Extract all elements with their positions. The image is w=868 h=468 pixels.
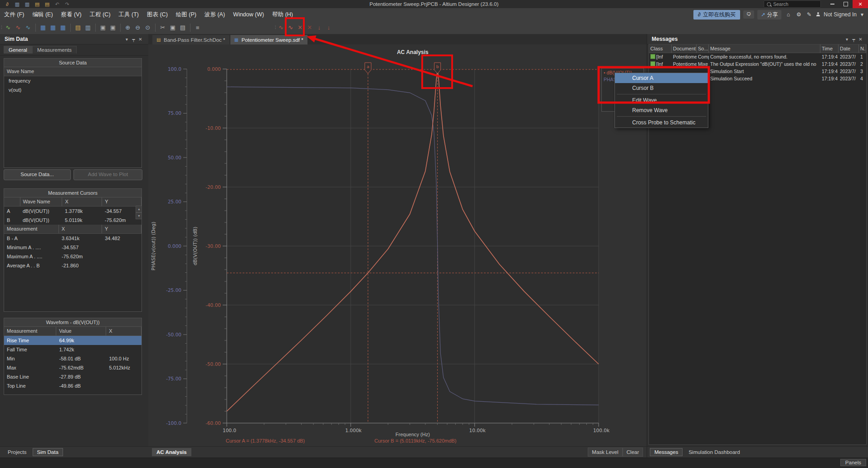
menu-item-remove-wave[interactable]: Remove Wave	[615, 105, 708, 115]
toolbar-icon-save-document[interactable]: ▥	[83, 23, 93, 32]
measurement-row[interactable]: Maximum A . ....-75.620m	[4, 252, 141, 261]
menu-item-edit-wave[interactable]: Edit Wave	[615, 95, 708, 105]
toolbar-icon-drop-cursor-a[interactable]: ↓	[315, 23, 324, 32]
menu-item-cursor-b[interactable]: Cursor B	[615, 83, 708, 93]
toolbar-icon-doc-window-3[interactable]: ▦	[59, 23, 68, 32]
toolbar-icon-new-waveform[interactable]: ∿	[4, 23, 13, 32]
close-button[interactable]: ✕	[853, 0, 868, 8]
menu-item-2[interactable]: 察看 (V)	[57, 8, 86, 21]
menu-item-1[interactable]: 编辑 (E)	[28, 8, 57, 21]
messages-column-document[interactable]: Document	[672, 44, 697, 53]
toolbar-icon-stop[interactable]: ■	[193, 23, 202, 32]
menu-item-5[interactable]: 图表 (C)	[143, 8, 172, 21]
toolbar-icon-paste[interactable]: ▤	[178, 23, 187, 32]
panel-tab-projects[interactable]: Projects	[4, 448, 31, 456]
messages-column-n[interactable]: N...	[859, 44, 866, 53]
panel-close-icon[interactable]: ✕	[857, 37, 864, 42]
toolbar-icon-cut[interactable]: ✂	[158, 23, 167, 32]
tab-measurements[interactable]: Measurements	[32, 46, 77, 54]
menu-item-9[interactable]: 帮助 (H)	[268, 8, 297, 21]
toolbar-icon-waveform-measure[interactable]: ∿	[24, 23, 33, 32]
toolbar-drag-handle[interactable]: ⁞	[274, 25, 276, 30]
cursor-row[interactable]: BdB(V(OUT))5.0119k-75.620m	[4, 216, 141, 225]
toolbar-icon-print[interactable]: ▣	[98, 23, 107, 32]
measurement-row[interactable]: Minimum A . ....-34.557	[4, 243, 141, 252]
waveform-row[interactable]: Fall Time1.742k	[4, 345, 141, 354]
open-project-icon[interactable]: ▤	[44, 0, 51, 8]
altium-logo-icon[interactable]: ∂	[4, 0, 11, 8]
messages-column-message[interactable]: Message	[709, 44, 820, 53]
minimize-button[interactable]	[825, 0, 839, 8]
source-wave-row[interactable]: frequency	[4, 76, 141, 85]
save-all-icon[interactable]: ▥	[24, 0, 31, 8]
scroll-up-arrow[interactable]: ▲	[136, 206, 142, 212]
messages-column-so[interactable]: So...	[697, 44, 709, 53]
toolbar-icon-zoom-document[interactable]: ⊙	[143, 23, 152, 32]
toolbar-icon-copy[interactable]: ▣	[168, 23, 177, 32]
menu-item-8[interactable]: Window (W)	[229, 8, 268, 21]
panel-tab-messages[interactable]: Messages	[650, 448, 683, 456]
maximize-button[interactable]	[839, 0, 853, 8]
toolbar-icon-doc-window-1[interactable]: ▦	[39, 23, 48, 32]
doc-tab-active[interactable]: ▦Potentiometer Sweep.sdf *	[230, 35, 307, 44]
messages-column-time[interactable]: Time	[820, 44, 839, 53]
panel-dropdown-icon[interactable]: ▾	[844, 37, 850, 42]
waveform-row[interactable]: Rise Time64.99k	[4, 336, 141, 345]
share-button[interactable]: ➚ 分享	[757, 10, 781, 20]
menu-item-6[interactable]: 绘图 (P)	[172, 8, 200, 21]
waveform-row[interactable]: Top Line-49.86 dB	[4, 381, 141, 390]
cursor-row[interactable]: AdB(V(OUT))1.3778k-34.557	[4, 207, 141, 216]
home-icon[interactable]: ⌂	[785, 11, 792, 18]
toolbar-icon-cursor-a-tool[interactable]: ✕	[296, 23, 305, 32]
doc-tab-inactive[interactable]: ▤Band-Pass Filter.SchDoc *	[152, 35, 229, 44]
message-row[interactable]: [InfPotentiomeMixeThe Output Expression …	[649, 60, 866, 68]
add-wave-to-plot-button[interactable]: Add Wave to Plot	[73, 169, 142, 180]
clear-button[interactable]: Clear	[623, 448, 643, 457]
chevron-down-icon[interactable]: ▾	[860, 11, 864, 18]
panel-tab-sim-data[interactable]: Sim Data	[33, 448, 63, 456]
message-row[interactable]: [InfPotentiomeCompCompile successful, no…	[649, 53, 866, 60]
redo-icon[interactable]: ↷	[63, 0, 71, 8]
toolbar-icon-drop-cursor-b[interactable]: ↓	[324, 23, 333, 32]
toolbar-icon-doc-window-2[interactable]: ▦	[49, 23, 58, 32]
tab-general[interactable]: General	[4, 46, 32, 54]
source-wave-row[interactable]: v(out)	[4, 85, 141, 94]
toolbar-icon-wave-pan-tool[interactable]: ∿	[277, 23, 286, 32]
open-document-icon[interactable]: ▤	[34, 0, 41, 8]
waveform-row[interactable]: Max-75.62mdB5.012kHz	[4, 363, 141, 372]
search-input[interactable]: Search	[764, 0, 821, 8]
panel-close-icon[interactable]: ✕	[137, 37, 144, 42]
measurement-row[interactable]: B - A3.6341k34.482	[4, 234, 141, 243]
toolbar-icon-remove-waveform[interactable]: ∿	[14, 23, 23, 32]
ac-analysis-plot[interactable]: 100.075.0050.0025.000.000-25.00-50.00-75…	[148, 44, 647, 446]
menu-item-4[interactable]: 工具 (T)	[115, 8, 143, 21]
mask-level-button[interactable]: Mask Level	[588, 448, 622, 457]
panel-tab-simulation-dashboard[interactable]: Simulation Dashboard	[684, 448, 744, 456]
signin-status[interactable]: Not Signed In	[824, 11, 857, 18]
pencil-icon[interactable]: ✎	[805, 11, 813, 18]
messages-column-date[interactable]: Date	[839, 44, 859, 53]
panel-pin-icon[interactable]: ┯	[130, 37, 137, 42]
menu-item-cursor-a[interactable]: Cursor A	[615, 73, 708, 83]
messages-column-class[interactable]: Class	[649, 44, 672, 53]
menu-item-3[interactable]: 工程 (C)	[86, 8, 115, 21]
panels-button[interactable]: Panels	[840, 459, 866, 466]
toolbar-icon-cursor-b-tool[interactable]: ✕	[305, 23, 314, 32]
toolbar-icon-open-document[interactable]: ▤	[73, 23, 83, 32]
buy-online-button[interactable]: ∂ 立即在线购买	[693, 10, 740, 20]
panel-pin-icon[interactable]: ┯	[850, 37, 857, 42]
menu-item-0[interactable]: 文件 (F)	[0, 8, 28, 21]
gear-icon[interactable]: ⚙	[795, 11, 802, 18]
waveform-row[interactable]: Base Line-27.89 dB	[4, 372, 141, 381]
panel-dropdown-icon[interactable]: ▾	[123, 37, 130, 42]
toolbar-icon-zoom-out[interactable]: ⊖	[133, 23, 142, 32]
save-icon[interactable]: ▥	[14, 0, 21, 8]
measurement-row[interactable]: Average A . . B-21.860	[4, 261, 141, 270]
tab-ac-analysis[interactable]: AC Analysis	[152, 448, 191, 456]
waveform-row[interactable]: Min-58.01 dB100.0 Hz	[4, 354, 141, 363]
toolbar-icon-zoom-in[interactable]: ⊕	[123, 23, 132, 32]
toolbar-icon-measurement-cursor-tool[interactable]: ∿	[286, 23, 295, 32]
toolbar-icon-print-preview[interactable]: ▣	[108, 23, 117, 32]
menu-item-cross-probe-to-schematic[interactable]: Cross Probe to Schematic	[615, 118, 708, 128]
comment-button[interactable]: 🗨	[743, 10, 754, 19]
